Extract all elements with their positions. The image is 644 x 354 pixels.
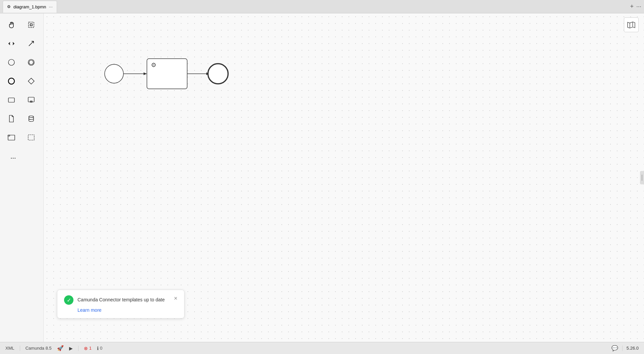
status-bar: XML Camunda 8.5 🚀 ▶ ⊗ 1 ℹ 0 💬 5.26.0 (0, 342, 644, 354)
title-bar: ⚙ diagram_1.bpmn ··· + ··· (0, 0, 644, 13)
data-store-button[interactable] (22, 110, 40, 127)
subprocess-button[interactable] (22, 91, 40, 109)
main-layout: ··· ⚙ (0, 13, 644, 342)
start-event-shape[interactable] (105, 64, 123, 83)
task-gear-icon: ⚙ (151, 62, 156, 68)
warning-icon: ℹ (97, 346, 99, 351)
status-right: 💬 5.26.0 (611, 345, 639, 351)
svg-rect-11 (8, 135, 10, 136)
svg-rect-0 (29, 22, 34, 27)
deploy-icon[interactable]: 🚀 (57, 345, 64, 351)
notification-close-button[interactable]: × (174, 295, 177, 301)
status-separator-2 (78, 346, 78, 351)
canvas[interactable]: ⚙ ✓ Camunda Connector templates up to da… (44, 13, 644, 342)
svg-rect-6 (8, 98, 14, 102)
status-separator-1 (20, 346, 20, 351)
error-icon: ⊗ (84, 346, 88, 351)
version-label: 5.26.0 (627, 346, 639, 351)
notification-message: Camunda Connector templates up to date (77, 297, 170, 303)
right-panel-handle[interactable] (640, 171, 644, 184)
svg-rect-7 (28, 97, 34, 102)
lasso-tool-button[interactable] (22, 16, 40, 34)
error-count-value: 1 (89, 346, 92, 351)
file-tab-label: diagram_1.bpmn (13, 4, 46, 9)
end-event-shape[interactable] (208, 64, 228, 84)
arrow-1 (144, 72, 147, 75)
notification-panel: ✓ Camunda Connector templates up to date… (57, 290, 184, 318)
gateway-button[interactable] (22, 72, 40, 90)
file-tab[interactable]: ⚙ diagram_1.bpmn ··· (3, 1, 57, 13)
hand-tool-button[interactable] (3, 16, 20, 34)
tab-close-button[interactable]: ··· (49, 4, 53, 9)
status-separator-3 (622, 346, 623, 351)
warning-count[interactable]: ℹ 0 (97, 346, 102, 351)
svg-point-1 (8, 59, 14, 65)
bpmn-diagram: ⚙ (94, 40, 262, 115)
run-icon[interactable]: ▶ (69, 346, 73, 351)
svg-point-4 (8, 78, 14, 84)
start-event-button[interactable] (3, 54, 20, 71)
engine-label: Camunda 8.5 (25, 346, 52, 351)
data-object-button[interactable] (3, 110, 20, 127)
toolbar: ··· (0, 13, 44, 342)
space-tool-button[interactable] (3, 35, 20, 52)
more-tools-button[interactable]: ··· (7, 149, 19, 166)
svg-point-3 (29, 60, 33, 65)
minimap-button[interactable] (624, 17, 639, 32)
add-tab-button[interactable]: + (630, 3, 634, 10)
error-count[interactable]: ⊗ 1 (84, 346, 92, 351)
text-annotation-button[interactable] (22, 129, 40, 146)
task-button[interactable] (3, 91, 20, 109)
end-event-button[interactable] (3, 72, 20, 90)
file-tab-icon: ⚙ (7, 4, 11, 9)
notification-header: ✓ Camunda Connector templates up to date… (64, 295, 177, 305)
learn-more-link[interactable]: Learn more (64, 307, 177, 313)
more-options-button[interactable]: ··· (636, 3, 641, 10)
diagram-svg: ⚙ (94, 40, 262, 114)
warning-count-value: 0 (100, 346, 102, 351)
svg-point-9 (29, 116, 34, 118)
xml-button[interactable]: XML (5, 346, 14, 351)
group-button[interactable] (3, 129, 20, 146)
svg-marker-5 (28, 78, 34, 84)
svg-rect-12 (28, 135, 34, 140)
intermediate-event-button[interactable] (22, 54, 40, 71)
more-tools-area: ··· (3, 149, 41, 166)
title-bar-actions: + ··· (630, 3, 641, 10)
feedback-icon[interactable]: 💬 (611, 345, 618, 351)
notification-success-icon: ✓ (64, 295, 73, 305)
connect-tool-button[interactable] (22, 35, 40, 52)
